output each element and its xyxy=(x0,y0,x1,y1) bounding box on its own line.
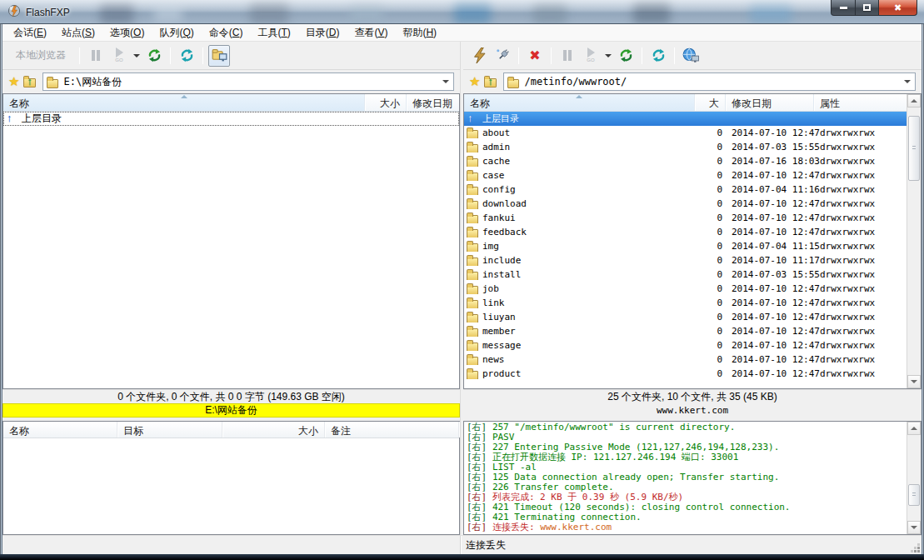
queue-column-note[interactable]: 备注 xyxy=(325,422,459,438)
connect-button[interactable] xyxy=(492,45,513,67)
file-row[interactable]: case 0 2014-07-10 12:47 drwxrwxrwx xyxy=(464,168,907,182)
file-name: fankui xyxy=(482,212,516,223)
scroll-thumb[interactable] xyxy=(908,484,920,506)
refresh-button[interactable] xyxy=(647,45,669,67)
local-path-combobox[interactable]: E:\网站备份 xyxy=(42,72,454,91)
column-header-name[interactable]: 名称 xyxy=(464,94,695,111)
transfer-dropdown-icon[interactable] xyxy=(605,54,612,58)
file-row[interactable]: 上层目录 xyxy=(3,112,459,126)
file-row[interactable]: message 0 2014-07-10 12:47 drwxrwxrwx xyxy=(464,338,907,352)
menu-item[interactable]: 站点(S) xyxy=(54,24,102,42)
file-perms: drwxrwxrwx xyxy=(814,312,907,322)
site-browser-button[interactable] xyxy=(680,45,702,67)
scroll-up-button[interactable] xyxy=(907,94,921,108)
queue-column-size[interactable]: 大小 xyxy=(222,422,325,438)
refresh-button[interactable] xyxy=(176,45,197,67)
scroll-down-button[interactable] xyxy=(907,375,921,388)
column-header-size[interactable]: 大小 xyxy=(695,94,726,111)
file-row[interactable]: product 0 2014-07-10 12:47 drwxrwxrwx xyxy=(464,367,907,381)
scroll-up-button[interactable] xyxy=(907,422,921,435)
close-button[interactable]: ✖ xyxy=(879,0,917,16)
file-row[interactable]: member 0 2014-07-10 12:47 drwxrwxrwx xyxy=(464,324,907,338)
transfer-mode-button[interactable] xyxy=(143,45,165,67)
file-row[interactable]: fankui 0 2014-07-10 12:47 drwxrwxrwx xyxy=(464,211,907,225)
file-size: 0 xyxy=(695,198,726,209)
file-icon xyxy=(467,170,479,181)
file-row[interactable]: download 0 2014-07-10 12:47 drwxrwxrwx xyxy=(464,197,907,211)
file-row[interactable]: include 0 2014-07-10 11:17 drwxrwxrwx xyxy=(464,253,907,268)
sort-ascending-icon xyxy=(181,95,187,98)
column-header-date[interactable]: 修改日期 xyxy=(407,94,459,111)
favorites-star-icon[interactable]: ★ xyxy=(8,74,19,89)
pause-queue-button[interactable] xyxy=(557,45,578,67)
menu-item[interactable]: 队列(Q) xyxy=(152,24,201,42)
queue-header: 名称 目标 大小 备注 xyxy=(3,422,459,438)
parent-folder-button[interactable]: ↑ xyxy=(484,76,499,88)
parent-folder-button[interactable]: ↑ xyxy=(23,76,38,88)
file-row[interactable]: link 0 2014-07-10 12:47 drwxrwxrwx xyxy=(464,296,907,310)
file-perms: drwxrwxrwx xyxy=(814,212,907,223)
file-name: download xyxy=(482,198,527,209)
file-date: 2014-07-16 18:03 xyxy=(726,156,814,167)
file-row[interactable]: config 0 2014-07-04 11:16 drwxrwxrwx xyxy=(464,182,907,197)
local-browser-button[interactable]: 本地浏览器 xyxy=(7,48,74,62)
browser-view-toggle-button[interactable] xyxy=(208,45,230,67)
disconnect-button[interactable]: ✖ xyxy=(524,45,546,67)
file-icon xyxy=(467,227,479,238)
maximize-button[interactable] xyxy=(856,0,879,16)
file-row[interactable]: job 0 2014-07-10 12:47 drwxrwxrwx xyxy=(464,282,907,296)
start-transfer-button[interactable]: GO xyxy=(580,45,602,67)
file-row[interactable]: about 0 2014-07-10 12:47 drwxrwxrwx xyxy=(464,126,907,140)
log-link[interactable]: www.kkert.com xyxy=(540,522,612,532)
queue-panel: 名称 目标 大小 备注 xyxy=(2,421,460,535)
file-perms: drwxrwxrwx xyxy=(814,128,907,138)
vertical-scrollbar[interactable] xyxy=(907,94,921,388)
file-row[interactable]: feedback 0 2014-07-10 12:47 drwxrwxrwx xyxy=(464,225,907,239)
file-row[interactable]: admin 0 2014-07-03 15:55 drwxrwxrwx xyxy=(464,140,907,154)
file-date: 2014-07-04 11:16 xyxy=(726,184,814,195)
combo-dropdown-button[interactable] xyxy=(438,74,452,89)
file-size: 0 xyxy=(695,269,726,280)
favorites-star-icon[interactable]: ★ xyxy=(469,74,480,89)
column-header-size[interactable]: 大小 xyxy=(365,94,407,111)
column-header-attrs[interactable]: 属性 xyxy=(814,94,907,111)
file-date: 2014-07-10 12:47 xyxy=(726,368,814,379)
scroll-down-button[interactable] xyxy=(907,521,921,534)
pause-queue-button[interactable] xyxy=(85,45,107,67)
resize-grip[interactable] xyxy=(910,542,920,552)
window-bottom-border xyxy=(0,554,924,560)
statusbar: 连接丢失 xyxy=(2,535,922,554)
file-icon xyxy=(467,255,479,266)
queue-column-target[interactable]: 目标 xyxy=(117,422,222,438)
quick-connect-button[interactable] xyxy=(468,45,490,67)
menu-item[interactable]: 选项(O) xyxy=(102,24,152,42)
menu-item[interactable]: 会话(E) xyxy=(6,24,54,42)
log-lines: [右] 257 "/metinfo/wwwroot" is current di… xyxy=(467,422,906,532)
menu-item[interactable]: 命令(C) xyxy=(202,24,251,42)
column-header-date[interactable]: 修改日期 xyxy=(726,94,814,111)
titlebar[interactable]: FlashFXP ✖ xyxy=(0,0,924,24)
file-row[interactable]: img 0 2014-07-04 11:15 drwxrwxrwx xyxy=(464,239,907,253)
menu-item[interactable]: 目录(D) xyxy=(298,24,347,42)
start-transfer-button[interactable]: GO xyxy=(108,45,130,67)
menu-item[interactable]: 查看(V) xyxy=(347,24,395,42)
menu-item[interactable]: 工具(T) xyxy=(250,24,297,42)
remote-path-combobox[interactable]: /metinfo/wwwroot/ xyxy=(503,72,916,91)
file-row[interactable]: cache 0 2014-07-16 18:03 drwxrwxrwx xyxy=(464,154,907,168)
file-row[interactable]: install 0 2014-07-03 15:55 drwxrwxrwx xyxy=(464,268,907,282)
file-perms: drwxrwxrwx xyxy=(814,142,907,152)
scroll-thumb[interactable] xyxy=(908,116,920,181)
minimize-button[interactable] xyxy=(831,0,856,16)
remote-site-text: www.kkert.com xyxy=(463,403,922,418)
combo-dropdown-button[interactable] xyxy=(900,74,914,89)
transfer-dropdown-icon[interactable] xyxy=(133,54,140,58)
column-header-name[interactable]: 名称 xyxy=(3,94,365,111)
transfer-mode-button[interactable] xyxy=(615,45,637,67)
menu-item[interactable]: 帮助(H) xyxy=(395,24,444,42)
log-scrollbar[interactable] xyxy=(907,422,921,534)
file-size: 0 xyxy=(695,312,726,322)
queue-column-name[interactable]: 名称 xyxy=(3,422,117,438)
file-row[interactable]: news 0 2014-07-10 12:47 drwxrwxrwx xyxy=(464,352,907,367)
file-row[interactable]: liuyan 0 2014-07-10 12:47 drwxrwxrwx xyxy=(464,310,907,324)
file-row[interactable]: 上层目录 xyxy=(464,112,907,126)
